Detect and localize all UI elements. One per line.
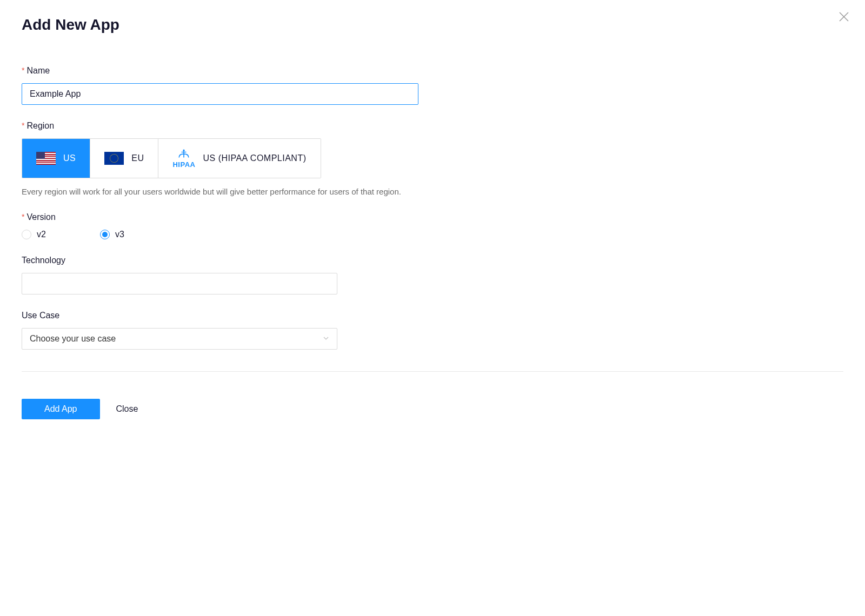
region-option-label: EU bbox=[131, 153, 144, 163]
use-case-label: Use Case bbox=[22, 311, 843, 320]
dialog-title: Add New App bbox=[22, 16, 843, 34]
footer-buttons: Add App Close bbox=[22, 399, 843, 419]
name-field-group: *Name bbox=[22, 66, 843, 105]
version-option-v3[interactable]: v3 bbox=[100, 230, 124, 239]
version-field-group: *Version v2 v3 bbox=[22, 212, 843, 239]
required-marker: * bbox=[22, 212, 24, 221]
region-help-text: Every region will work for all your user… bbox=[22, 187, 843, 196]
version-option-label: v3 bbox=[115, 230, 124, 239]
name-label: *Name bbox=[22, 66, 843, 76]
close-icon[interactable] bbox=[839, 11, 849, 24]
hipaa-badge-text: HIPAA bbox=[172, 161, 195, 168]
version-label-text: Version bbox=[26, 212, 55, 222]
version-option-label: v2 bbox=[37, 230, 46, 239]
version-option-v2[interactable]: v2 bbox=[22, 230, 46, 239]
version-radio-group: v2 v3 bbox=[22, 230, 843, 239]
region-label: *Region bbox=[22, 121, 843, 131]
use-case-label-text: Use Case bbox=[22, 311, 59, 320]
technology-label-text: Technology bbox=[22, 256, 65, 265]
svg-point-0 bbox=[183, 149, 185, 151]
name-label-text: Name bbox=[26, 66, 50, 75]
region-option-eu[interactable]: EU bbox=[90, 139, 158, 178]
technology-label: Technology bbox=[22, 256, 843, 265]
use-case-select[interactable]: Choose your use case bbox=[22, 328, 337, 350]
use-case-placeholder: Choose your use case bbox=[30, 334, 116, 344]
region-option-label: US (HIPAA COMPLIANT) bbox=[203, 153, 306, 163]
use-case-field-group: Use Case Choose your use case bbox=[22, 311, 843, 350]
version-label: *Version bbox=[22, 212, 843, 222]
chevron-down-icon bbox=[323, 334, 329, 344]
required-marker: * bbox=[22, 66, 24, 75]
required-marker: * bbox=[22, 121, 24, 130]
radio-icon bbox=[100, 230, 110, 239]
close-button[interactable]: Close bbox=[116, 404, 138, 414]
hipaa-icon: HIPAA bbox=[172, 149, 195, 168]
divider bbox=[22, 371, 843, 372]
region-option-us-hipaa[interactable]: HIPAA US (HIPAA COMPLIANT) bbox=[158, 139, 320, 178]
add-app-button[interactable]: Add App bbox=[22, 399, 100, 419]
region-field-group: *Region US EU HIPAA US (HIPAA COMPLIANT)… bbox=[22, 121, 843, 196]
name-input[interactable] bbox=[22, 83, 418, 105]
technology-select[interactable] bbox=[22, 273, 337, 294]
us-flag-icon bbox=[36, 152, 56, 165]
region-button-group: US EU HIPAA US (HIPAA COMPLIANT) bbox=[22, 138, 321, 178]
radio-icon bbox=[22, 230, 31, 239]
region-label-text: Region bbox=[26, 121, 54, 130]
region-option-label: US bbox=[63, 153, 76, 163]
technology-field-group: Technology bbox=[22, 256, 843, 294]
eu-flag-icon bbox=[104, 152, 124, 165]
region-option-us[interactable]: US bbox=[22, 139, 90, 178]
